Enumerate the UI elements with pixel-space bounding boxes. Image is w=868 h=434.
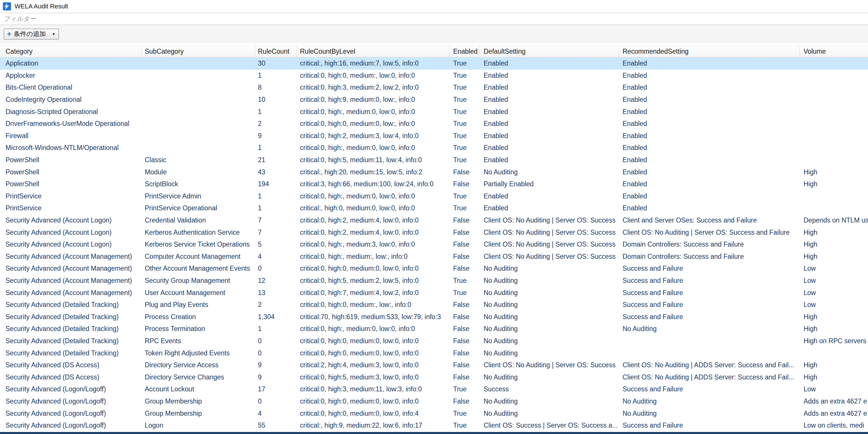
table-row[interactable]: Diagnosis-Scripted Operational1critical:… [0,105,868,118]
cell-defaultsetting: Enabled [480,118,619,130]
cell-volume: High [800,251,868,263]
cell-recommendedsetting: Enabled [619,166,800,178]
table-row[interactable]: Security Advanced (Detailed Tracking)Plu… [0,299,868,311]
table-row[interactable]: Application30critical:, high:16, medium:… [0,57,868,70]
column-header-subcategory[interactable]: SubCategory [142,46,255,57]
column-header-defaultsetting[interactable]: DefaultSetting [480,46,619,57]
grid-header: CategorySubCategoryRuleCountRuleCountByL… [0,45,868,57]
cell-rulecountbylevel: critical:, high:0, medium:0, low:0, info… [297,202,450,214]
cell-volume [800,154,868,166]
cell-category: PowerShell [0,154,142,166]
table-row[interactable]: Firewall9critical:0, high:2, medium:3, l… [0,130,868,142]
table-row[interactable]: DriverFrameworks-UserMode Operational2cr… [0,118,868,130]
cell-category: Security Advanced (Logon/Logoff) [0,383,142,395]
table-row[interactable]: PowerShellClassic21critical:0, high:5, m… [0,154,868,166]
cell-subcategory [142,105,255,118]
table-row[interactable]: Security Advanced (Logon/Logoff)Group Me… [0,407,868,420]
cell-enabled: False [450,299,480,311]
cell-volume: High [800,323,868,335]
cell-defaultsetting: Enabled [480,82,619,94]
table-row[interactable]: Security Advanced (Detailed Tracking)Pro… [0,311,868,323]
cell-rulecountbylevel: critical:, high:16, medium:7, low:5, inf… [297,57,450,70]
cell-recommendedsetting: No Auditing [619,395,800,408]
cell-category: Applocker [0,70,142,82]
cell-defaultsetting: No Auditing [480,335,619,347]
cell-category: Security Advanced (Logon/Logoff) [0,395,142,408]
column-header-recommendedsetting[interactable]: RecommendedSetting [619,46,800,57]
table-row[interactable]: PrintServicePrintService Operational1cri… [0,202,868,214]
cell-recommendedsetting [619,347,800,359]
column-header-enabled[interactable]: Enabled [450,46,480,57]
table-row[interactable]: Security Advanced (Detailed Tracking)RPC… [0,335,868,347]
table-row[interactable]: CodeIntegrity Operational10critical:0, h… [0,94,868,106]
cell-subcategory: Plug and Play Events [142,299,255,311]
cell-rulecount: 9 [255,359,297,371]
cell-rulecount: 1 [255,105,297,118]
cell-category: Security Advanced (Account Logon) [0,214,142,226]
table-row[interactable]: PrintServicePrintService Admin1critical:… [0,190,868,203]
cell-recommendedsetting: Success and Failure [619,420,800,432]
column-header-category[interactable]: Category [0,46,142,57]
cell-recommendedsetting: Client OS: No Auditing | ADDS Server: Su… [619,371,800,383]
filter-input[interactable] [0,13,868,25]
table-row[interactable]: Security Advanced (Account Management)Ot… [0,262,868,275]
table-row[interactable]: Security Advanced (Account Logon)Kerbero… [0,239,868,251]
table-row[interactable]: Security Advanced (Account Management)Se… [0,275,868,287]
table-row[interactable]: Security Advanced (Account Management)Us… [0,287,868,299]
cell-volume: Depends on NTLM us [800,214,868,226]
cell-defaultsetting: No Auditing [480,347,619,359]
cell-category: Security Advanced (Logon/Logoff) [0,407,142,420]
table-row[interactable]: Security Advanced (Logon/Logoff)Group Me… [0,395,868,408]
cell-rulecount: 4 [255,251,297,263]
cell-defaultsetting: Enabled [480,70,619,82]
title-bar[interactable]: WELA Audit Result [0,0,868,13]
cell-enabled: True [450,57,480,70]
app-icon[interactable] [3,2,11,10]
table-row[interactable]: Security Advanced (Logon/Logoff)Logon55c… [0,420,868,432]
table-row[interactable]: Security Advanced (Detailed Tracking)Tok… [0,347,868,359]
table-row[interactable]: Applocker1critical:0, high:0, medium:, l… [0,70,868,82]
cell-rulecountbylevel: critical:0, high:2, medium:3, low:4, inf… [297,130,450,142]
table-row[interactable]: Security Advanced (Logon/Logoff)Account … [0,383,868,395]
cell-rulecountbylevel: critical:0, high:, medium:, low:, info:0 [297,251,450,263]
cell-subcategory [142,94,255,106]
column-header-volume[interactable]: Volume [800,46,868,57]
table-row[interactable]: Security Advanced (Detailed Tracking)Pro… [0,323,868,335]
cell-volume: High [800,371,868,383]
cell-defaultsetting: Enabled [480,190,619,203]
table-row[interactable]: PowerShellModule43critical:, high:20, me… [0,166,868,178]
cell-volume: Low [800,262,868,275]
cell-recommendedsetting: Domain Controllers: Success and Failure [619,251,800,263]
table-row[interactable]: Security Advanced (Account Logon)Kerbero… [0,226,868,239]
cell-rulecount: 9 [255,371,297,383]
cell-rulecount: 1 [255,142,297,154]
cell-category: Security Advanced (Account Management) [0,275,142,287]
cell-volume: High [800,359,868,371]
table-row[interactable]: Microsoft-Windows-NTLM/Operational1criti… [0,142,868,154]
table-row[interactable]: PowerShellScriptBlock194critical:3, high… [0,178,868,190]
cell-category: Diagnosis-Scripted Operational [0,105,142,118]
cell-category: PowerShell [0,166,142,178]
grid-bottom-edge [0,432,868,434]
table-row[interactable]: Security Advanced (Account Logon)Credent… [0,214,868,226]
cell-defaultsetting: Client OS: No Auditing | Server OS: Succ… [480,251,619,263]
column-header-rulecount[interactable]: RuleCount [255,46,297,57]
cell-recommendedsetting: Success and Failure [619,275,800,287]
cell-rulecount: 1 [255,190,297,203]
table-row[interactable]: Security Advanced (DS Access)Directory S… [0,359,868,371]
cell-subcategory [142,142,255,154]
table-row[interactable]: Security Advanced (Account Management)Co… [0,251,868,263]
cell-recommendedsetting: Enabled [619,118,800,130]
cell-rulecountbylevel: critical:0, high:9, medium:0, low:, info… [297,94,450,106]
cell-rulecount: 8 [255,82,297,94]
add-condition-button[interactable]: + 条件の追加 ▼ [4,29,59,39]
cell-rulecount: 7 [255,226,297,239]
cell-volume: Adds an extra 4627 e [800,395,868,408]
cell-enabled: False [450,178,480,190]
cell-recommendedsetting: No Auditing [619,323,800,335]
cell-subcategory: Directory Service Access [142,359,255,371]
table-row[interactable]: Bits-Client Operational8critical:0, high… [0,82,868,94]
column-header-rulecountbylevel[interactable]: RuleCountByLevel [297,46,450,57]
table-row[interactable]: Security Advanced (DS Access)Directory S… [0,371,868,383]
cell-volume [800,202,868,214]
